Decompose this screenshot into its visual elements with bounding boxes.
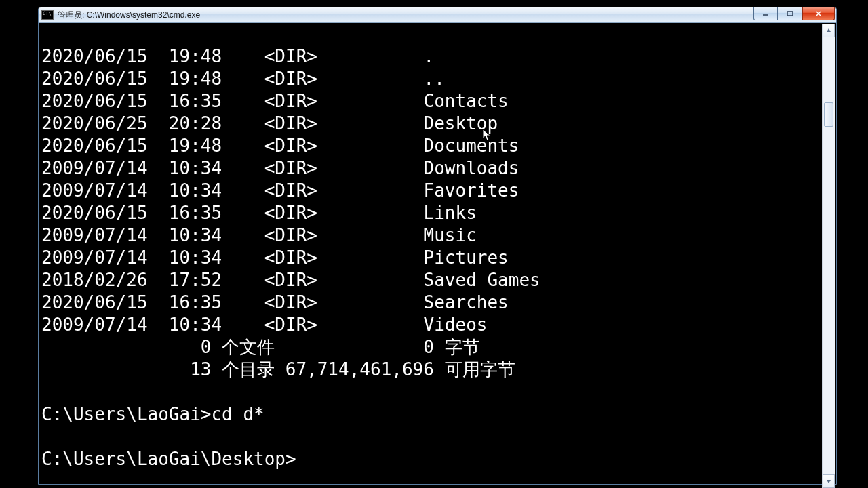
vertical-scroll-track[interactable] (823, 37, 835, 474)
scroll-down-button[interactable] (823, 474, 835, 488)
svg-rect-1 (787, 12, 793, 16)
titlebar[interactable]: 管理员: C:\Windows\system32\cmd.exe (39, 7, 836, 23)
scroll-up-button[interactable] (823, 24, 835, 37)
minimize-button[interactable] (753, 7, 778, 20)
cmd-window: 管理员: C:\Windows\system32\cmd.exe 2020/06… (38, 7, 837, 485)
close-button[interactable] (802, 7, 835, 20)
window-title: 管理员: C:\Windows\system32\cmd.exe (58, 9, 200, 21)
terminal-output[interactable]: 2020/06/15 19:48 <DIR> . 2020/06/15 19:4… (40, 41, 822, 470)
maximize-button[interactable] (778, 7, 802, 20)
svg-marker-5 (827, 480, 831, 483)
vertical-scroll-thumb[interactable] (824, 102, 833, 127)
vertical-scrollbar[interactable] (822, 24, 835, 488)
svg-marker-4 (827, 28, 831, 32)
cmd-icon (41, 10, 54, 20)
